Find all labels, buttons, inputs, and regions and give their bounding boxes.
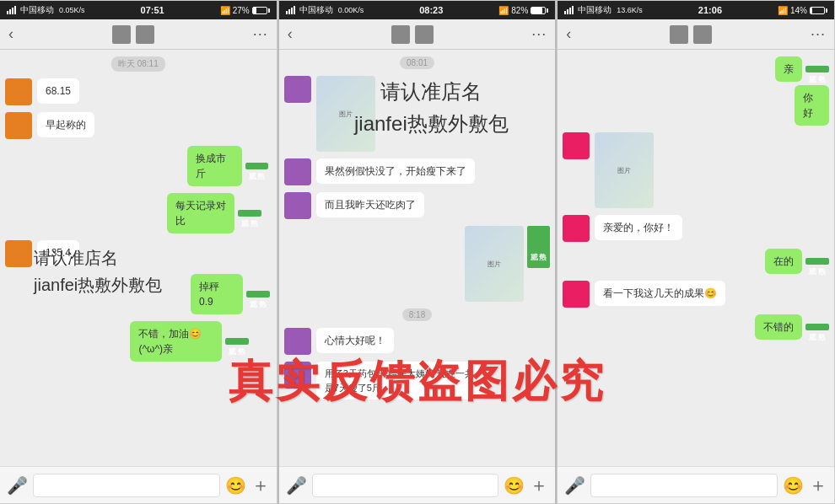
avatar: [563, 281, 590, 308]
msg-row: 果然例假快没了，开始瘦下来了: [284, 158, 551, 185]
msg-row: 图片 热敷减肥: [284, 226, 551, 302]
msg-row: 68.15: [5, 78, 272, 105]
msg-row: 换成市斤 热敷减肥: [5, 146, 272, 186]
image-bubble: 图片: [595, 132, 654, 208]
voice-icon-1[interactable]: 🎤: [7, 475, 28, 496]
bubble-left: 看一下我这几天的成果😊: [595, 281, 725, 306]
msg-row: 心情大好呢！: [284, 328, 551, 355]
bubble-left: 68.15: [37, 78, 79, 104]
msg-row: 不错的 热敷减肥: [563, 314, 829, 340]
status-right-2: 📶 82%: [498, 6, 548, 15]
chat-body-2: 08:01 图片 果然例假快没了，开始瘦下来了 而且我昨天还吃肉了: [279, 50, 556, 466]
phone-panel-3: 中国移动 13.6K/s 21:06 📶 14% ‹ ···: [557, 0, 835, 504]
status-bar-1: 中国移动 0.05K/s 07:51 📶 27%: [0, 1, 277, 19]
inline-timestamp-2: 8:18: [402, 308, 432, 321]
green-badge: 热敷减肥: [805, 66, 829, 72]
avatar: [563, 132, 590, 159]
carrier-3: 中国移动: [578, 4, 611, 16]
msg-row: 图片: [284, 76, 551, 152]
wifi-icon-1: 📶: [220, 6, 230, 15]
status-right-3: 📶 14%: [778, 6, 827, 15]
avatar: [5, 112, 32, 139]
bubble-left: 而且我昨天还吃肉了: [316, 192, 424, 217]
add-icon-1[interactable]: ＋: [251, 473, 270, 498]
chat-header-2: ‹ ···: [279, 19, 556, 50]
speed-1: 0.05K/s: [59, 6, 85, 14]
more-button-2[interactable]: ···: [531, 25, 547, 43]
emoji-icon-1[interactable]: 😊: [225, 475, 246, 496]
icon-sq2: [415, 25, 434, 44]
more-button-1[interactable]: ···: [253, 25, 268, 43]
chat-input-field-3[interactable]: [590, 474, 778, 497]
header-icons-1: [112, 25, 154, 44]
bubble-right: 你好: [795, 85, 829, 126]
add-icon-2[interactable]: ＋: [530, 473, 548, 498]
green-badge: 热敷减肥: [805, 258, 829, 265]
phone-panel-2: 中国移动 0.00K/s 08:23 📶 82% ‹ ··· 08:01: [277, 0, 558, 504]
time-3: 21:06: [698, 5, 722, 15]
battery-icon-1: [252, 7, 270, 14]
msg-row: 亲爱的，你好！: [563, 215, 829, 242]
voice-icon-2[interactable]: 🎤: [286, 475, 307, 496]
green-badge: 热敷减肥: [246, 291, 270, 298]
msg-row: 早起称的: [5, 112, 272, 139]
green-badge: 热敷减肥: [805, 324, 829, 330]
carrier-1: 中国移动: [20, 4, 54, 16]
icon-sq3: [670, 25, 688, 44]
bubble-right: 掉秤 0.9: [191, 274, 243, 314]
chat-input-field-2[interactable]: [312, 474, 499, 497]
battery-pct-1: 27%: [233, 6, 250, 15]
image-bubble: 图片: [316, 76, 375, 152]
bubble-right: 不错，加油😊(^ω^)亲: [130, 321, 222, 362]
add-icon-3[interactable]: ＋: [809, 473, 827, 498]
back-button-1[interactable]: ‹: [8, 25, 13, 43]
chat-header-1: ‹ ···: [0, 19, 277, 50]
emoji-icon-2[interactable]: 😊: [504, 475, 525, 496]
time-2: 08:23: [419, 5, 443, 15]
speed-2: 0.00K/s: [338, 6, 364, 14]
msg-row: 用了3天药包 开始来大姨妈 现在一共是7天瘦了5斤: [284, 362, 551, 399]
chat-input-field-1[interactable]: [33, 474, 220, 497]
avatar: [284, 362, 311, 389]
signal-icon-1: [7, 6, 16, 14]
green-badge: 热敷减肥: [225, 338, 249, 345]
avatar: [284, 76, 311, 103]
bubble-right: 亲: [775, 56, 802, 82]
battery-pct-3: 14%: [790, 6, 807, 15]
time-1: 07:51: [141, 5, 164, 15]
chat-input-bar-3: 🎤 😊 ＋: [558, 466, 834, 503]
status-left-2: 中国移动 0.00K/s: [286, 4, 364, 16]
avatar: [5, 240, 32, 267]
carrier-2: 中国移动: [299, 4, 333, 16]
bubble-left: 用了3天药包 开始来大姨妈 现在一共是7天瘦了5斤: [316, 362, 489, 399]
status-bar-2: 中国移动 0.00K/s 08:23 📶 82%: [279, 1, 556, 19]
msg-row: 不错，加油😊(^ω^)亲 热敷减肥: [5, 321, 272, 362]
timestamp-2: 08:01: [400, 56, 434, 69]
avatar: [284, 158, 311, 185]
green-badge: 热敷减肥: [245, 163, 269, 169]
status-bar-3: 中国移动 13.6K/s 21:06 📶 14%: [558, 1, 834, 19]
bubble-left: 亲爱的，你好！: [595, 215, 682, 240]
bubble-left: 果然例假快没了，开始瘦下来了: [316, 158, 475, 184]
msg-row: 而且我昨天还吃肉了: [284, 192, 551, 219]
back-button-3[interactable]: ‹: [566, 25, 571, 43]
chat-body-1: 昨天 08:11 68.15 早起称的 换成市斤 热敷减肥 每天: [0, 50, 277, 466]
chat-input-bar-1: 🎤 😊 ＋: [0, 466, 277, 503]
battery-icon-3: [810, 7, 827, 14]
msg-row: 掉秤 0.9 热敷减肥: [5, 274, 272, 314]
bubble-right: 在的: [765, 249, 802, 274]
bubble-right: 不错的: [755, 314, 802, 340]
timestamp-1: 昨天 08:11: [111, 56, 165, 72]
voice-icon-3[interactable]: 🎤: [564, 475, 585, 496]
chat-input-bar-2: 🎤 😊 ＋: [279, 466, 556, 503]
msg-row: 看一下我这几天的成果😊: [563, 281, 829, 308]
image-bubble: 图片: [465, 226, 524, 302]
avatar: [5, 78, 32, 105]
phone-panel-1: 中国移动 0.05K/s 07:51 📶 27% ‹ ···: [0, 0, 277, 504]
emoji-icon-3[interactable]: 😊: [783, 475, 804, 496]
wifi-icon-2: 📶: [498, 6, 509, 15]
more-button-3[interactable]: ···: [811, 25, 826, 43]
msg-row: 在的 热敷减肥: [563, 249, 829, 274]
bubble-left: 135.4: [37, 240, 79, 265]
back-button-2[interactable]: ‹: [288, 25, 293, 43]
